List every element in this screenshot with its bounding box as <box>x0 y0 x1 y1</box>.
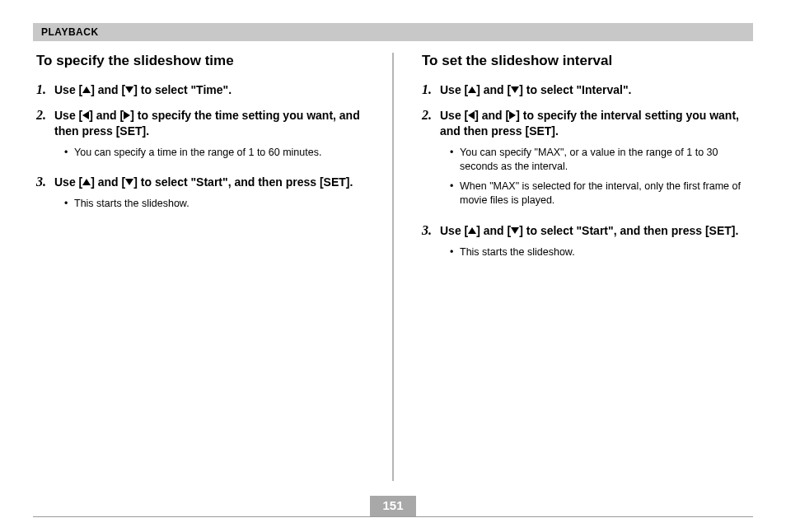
right-title: To set the slideshow interval <box>422 53 750 69</box>
step-text: Use [] and [] to select "Start", and the… <box>54 175 364 190</box>
bullet-item: This starts the slideshow. <box>64 197 364 212</box>
up-triangle-icon <box>468 227 476 234</box>
text-part: ] to select "Time". <box>133 83 232 96</box>
down-triangle-icon <box>511 227 519 234</box>
right-step-1: 1. Use [] and [] to select "Interval". <box>422 82 750 98</box>
text-part: Use [ <box>54 83 82 96</box>
step-text: Use [] and [] to specify the interval se… <box>440 108 750 139</box>
text-part: ] and [ <box>89 109 124 122</box>
right-step-3: 3. Use [] and [] to select "Start", and … <box>422 223 750 264</box>
up-triangle-icon <box>82 179 91 185</box>
text-part: ] and [ <box>475 109 509 122</box>
step-number: 3. <box>36 175 54 216</box>
up-triangle-icon <box>468 86 476 93</box>
bullet-list: You can specify a time in the range of 1… <box>54 146 364 161</box>
step-body: Use [] and [] to select "Start", and the… <box>440 223 750 264</box>
step-number: 3. <box>422 223 440 264</box>
step-number: 1. <box>36 82 54 98</box>
bullet-list: You can specify "MAX", or a value in the… <box>440 146 750 208</box>
step-body: Use [] and [] to select "Start", and the… <box>54 175 364 216</box>
down-triangle-icon <box>511 86 519 93</box>
left-step-3: 3. Use [] and [] to select "Start", and … <box>36 175 364 216</box>
left-step-1: 1. Use [] and [] to select "Time". <box>36 82 364 98</box>
section-header: PLAYBACK <box>33 23 753 41</box>
right-triangle-icon <box>509 111 516 119</box>
bullet-item: You can specify "MAX", or a value in the… <box>450 146 750 175</box>
text-part: ] and [ <box>91 175 125 189</box>
step-body: Use [] and [] to specify the interval se… <box>440 108 750 213</box>
right-column: To set the slideshow interval 1. Use [] … <box>419 53 753 481</box>
left-triangle-icon <box>468 111 475 119</box>
page-footer: 151 <box>33 507 753 517</box>
text-part: ] to select "Start", and then press [SET… <box>133 175 353 189</box>
step-text: Use [] and [] to specify the time settin… <box>54 108 364 139</box>
text-part: ] to select "Interval". <box>519 83 631 96</box>
text-part: Use [ <box>440 83 468 96</box>
down-triangle-icon <box>125 86 133 93</box>
text-part: ] to select "Start", and then press [SET… <box>519 224 738 237</box>
step-number: 2. <box>36 108 54 165</box>
right-step-2: 2. Use [] and [] to specify the interval… <box>422 108 750 213</box>
text-part: Use [ <box>440 224 468 237</box>
column-divider <box>392 53 394 481</box>
step-body: Use [] and [] to select "Interval". <box>440 82 750 98</box>
right-triangle-icon <box>124 111 130 119</box>
bullet-item: You can specify a time in the range of 1… <box>64 146 364 161</box>
text-part: ] and [ <box>476 224 511 237</box>
text-part: ] and [ <box>476 83 511 96</box>
bullet-list: This starts the slideshow. <box>54 197 364 212</box>
footer-rule <box>33 516 753 517</box>
text-part: ] and [ <box>91 83 125 96</box>
bullet-item: When "MAX" is selected for the interval,… <box>450 180 750 208</box>
step-body: Use [] and [] to select "Time". <box>54 82 364 98</box>
bullet-item: This starts the slideshow. <box>450 245 750 260</box>
left-column: To specify the slideshow time 1. Use [] … <box>33 53 367 481</box>
text-part: Use [ <box>440 109 468 122</box>
text-part: Use [ <box>54 109 82 122</box>
step-text: Use [] and [] to select "Interval". <box>440 82 750 98</box>
text-part: Use [ <box>54 175 82 189</box>
up-triangle-icon <box>82 86 91 93</box>
content-columns: To specify the slideshow time 1. Use [] … <box>33 53 753 481</box>
left-title: To specify the slideshow time <box>36 53 364 69</box>
step-text: Use [] and [] to select "Start", and the… <box>440 223 750 239</box>
left-step-2: 2. Use [] and [] to specify the time set… <box>36 108 364 165</box>
left-triangle-icon <box>82 111 89 119</box>
step-text: Use [] and [] to select "Time". <box>54 82 364 98</box>
step-number: 2. <box>422 108 440 213</box>
step-body: Use [] and [] to specify the time settin… <box>54 108 364 165</box>
page-number: 151 <box>370 496 416 516</box>
bullet-list: This starts the slideshow. <box>440 245 750 260</box>
down-triangle-icon <box>125 179 133 185</box>
step-number: 1. <box>422 82 440 98</box>
